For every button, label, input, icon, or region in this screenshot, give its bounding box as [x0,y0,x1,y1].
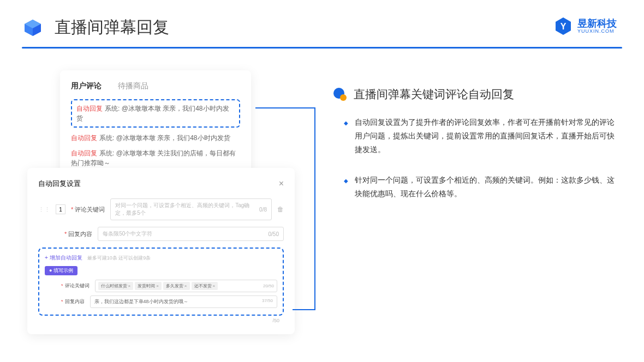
tag-item[interactable]: 还不发货 [192,282,218,290]
tag-item[interactable]: 什么时候发货 [98,282,134,290]
brand-name: 昱新科技 [577,19,617,28]
brand-url: YUUXIN.COM [577,28,617,34]
drag-handle-icon[interactable]: ⋮⋮ [38,206,50,213]
add-reply-link[interactable]: + 增加自动回复 [45,254,82,262]
ex-keyword-label: *评论关键词 [61,282,90,289]
row-number: 1 [56,204,65,214]
auto-reply-tag: 自动回复 [71,149,97,157]
content-label: *回复内容 [64,230,92,238]
ex-keyword-input[interactable]: 什么时候发货 发货时间 多久发货 还不发货 20/50 [95,280,277,292]
settings-title: 自动回复设置 [38,179,81,189]
comment-row-highlighted: 自动回复系统: @冰墩墩本墩 亲亲，我们48小时内发货 [71,99,240,128]
keyword-label: *评论关键词 [71,206,105,214]
comment-row: 自动回复系统: @冰墩墩本墩 亲亲，我们48小时内发货 [71,133,240,143]
connector-line [255,107,315,108]
ex-content-label: *回复内容 [61,298,85,305]
svg-text:Y: Y [560,22,567,31]
bullet-item: 针对同一个问题，可设置多个相近的、高频的关键词。例如：这款多少钱、这块能优惠吗、… [344,173,617,201]
ex-content-input[interactable]: 亲，我们这边都是下单48小时内发货的哦～ 37/50 [90,295,277,308]
example-section-highlighted: + 增加自动回复 最多可建10条 还可以创建9条 ● 填写示例 *评论关键词 什… [38,248,284,316]
tab-pending-products[interactable]: 待播商品 [118,81,148,91]
cube-icon [22,17,44,39]
connector-line [314,107,315,309]
outer-count: /50 [38,318,284,323]
brand-logo: Y 昱新科技 YUUXIN.COM [553,16,617,36]
settings-card: 自动回复设置 × ⋮⋮ 1 *评论关键词 对同一个问题，可设置多个相近、高频的关… [27,168,295,334]
comment-row: 自动回复系统: @冰墩墩本墩 关注我们的店铺，每日都有热门推荐呦～ [71,148,240,168]
auto-reply-tag: 自动回复 [71,134,97,142]
auto-reply-tag: 自动回复 [76,105,103,112]
add-hint: 最多可建10条 还可以创建9条 [87,255,151,261]
keyword-input[interactable]: 对同一个问题，可设置多个相近、高频的关键词，Tag确定，最多5个 0/8 [110,198,272,220]
tag-item[interactable]: 发货时间 [135,282,162,290]
bullet-item: 自动回复设置为了提升作者的评论回复效率，作者可在开播前针对常见的评论用户问题，提… [344,116,617,157]
page-title: 直播间弹幕回复 [55,16,169,39]
section-title: 直播间弹幕关键词评论自动回复 [354,87,514,102]
connector-line [293,309,315,310]
chat-bubble-icon [333,87,347,101]
close-icon[interactable]: × [279,179,284,189]
delete-icon[interactable]: 🗑 [277,206,284,213]
svg-point-6 [340,94,347,101]
comments-card: 用户评论 待播商品 自动回复系统: @冰墩墩本墩 亲亲，我们48小时内发货 自动… [60,70,251,184]
example-badge: ● 填写示例 [45,266,77,275]
content-input[interactable]: 每条限50个中文字符 0/50 [98,227,284,241]
tab-user-comments[interactable]: 用户评论 [71,81,102,91]
tag-item[interactable]: 多久发货 [163,282,190,290]
